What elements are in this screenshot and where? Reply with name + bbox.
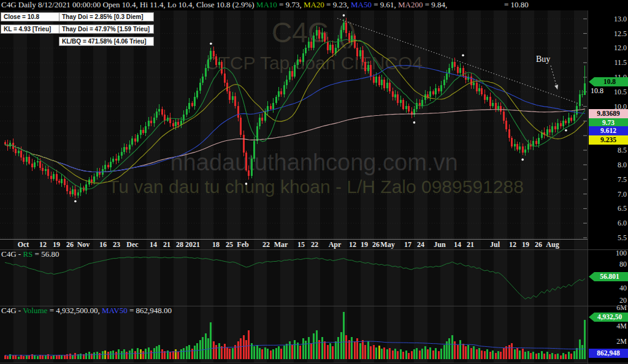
volume-bar <box>297 343 299 359</box>
volume-bar <box>12 355 14 359</box>
candle-body <box>354 36 356 47</box>
price-axis-label: 8.5 <box>590 146 627 154</box>
volume-bar <box>23 356 25 359</box>
volume-bar <box>64 355 66 360</box>
candle-body <box>538 138 540 144</box>
candle-body <box>26 157 28 162</box>
candle-body <box>476 83 478 91</box>
candle-body <box>362 50 364 62</box>
last-price-header-value: = 10.80 <box>504 0 529 10</box>
ma50-value: = 9.61, <box>372 0 398 9</box>
date-tick-label: Mar <box>274 240 288 249</box>
volume-bar <box>413 349 415 359</box>
candle-body <box>562 121 564 127</box>
pivot-marker <box>245 183 248 185</box>
candle-body <box>234 96 236 106</box>
volume-bar <box>327 345 329 359</box>
date-tick-label: 19 <box>53 240 60 249</box>
candle-body <box>375 77 377 83</box>
volume-bar <box>183 348 185 359</box>
volume-bar <box>411 351 413 359</box>
volume-bar <box>546 352 548 359</box>
date-tick-label: 23 <box>113 240 120 249</box>
date-tick-label: 21 <box>163 240 170 249</box>
candle-body <box>343 23 345 30</box>
volume-bar <box>28 355 30 359</box>
candle-body <box>519 146 521 150</box>
candle-body <box>514 144 516 147</box>
volume-bar <box>142 351 144 359</box>
candle-body <box>457 67 459 73</box>
candle-body <box>383 80 385 88</box>
volume-bar <box>50 356 52 359</box>
candle-body <box>58 181 60 183</box>
volume-bar <box>26 355 28 360</box>
volume-bar <box>538 353 540 359</box>
candle-body <box>215 56 217 65</box>
candle-body <box>199 83 201 91</box>
candle-body <box>473 83 475 86</box>
volume-bar <box>424 346 426 359</box>
ma10-value: = 9.73, <box>277 0 304 9</box>
candle-body <box>484 94 486 100</box>
candle-body <box>142 130 144 133</box>
volume-bar <box>332 346 334 359</box>
volume-bar <box>69 354 71 359</box>
volume-axis-label: 2M <box>590 337 627 346</box>
candle-body <box>329 45 331 51</box>
candle-body <box>20 151 22 157</box>
candle-body <box>389 83 391 91</box>
candle-body <box>565 121 567 124</box>
candle-body <box>560 123 562 126</box>
candle-body <box>546 129 548 135</box>
date-tick-label: 26 <box>535 240 542 249</box>
volume-bar <box>172 351 174 359</box>
volume-bar <box>351 337 353 359</box>
candle-body <box>18 151 20 153</box>
candle-body <box>451 62 453 68</box>
volume-bar <box>161 349 163 359</box>
price-axis-label: 11.5 <box>590 58 627 67</box>
price-tag: 9.235 <box>589 135 628 145</box>
candle-body <box>549 129 551 132</box>
candle-body <box>39 161 41 168</box>
volume-bar <box>522 349 524 359</box>
volume-bar <box>470 348 472 359</box>
date-tick-label: Feb <box>237 240 248 249</box>
volume-bar <box>91 354 93 359</box>
volume-bar <box>362 340 364 359</box>
volume-value: = 4,932,500.00, <box>47 306 102 315</box>
date-tick-label: 18 <box>212 240 220 249</box>
rs-indicator-canvas[interactable] <box>0 249 588 306</box>
candle-body <box>278 91 280 97</box>
date-tick-label: 22 <box>262 240 270 249</box>
candle-body <box>28 157 30 164</box>
volume-bar <box>177 352 179 359</box>
volume-bar <box>15 355 17 360</box>
volume-bar <box>88 352 90 359</box>
price-axis-label: 5.5 <box>590 233 627 242</box>
candle-body <box>489 97 491 105</box>
volume-bar <box>215 345 217 359</box>
volume-bar <box>289 341 291 359</box>
volume-bar <box>335 341 337 359</box>
date-tick-label: 12 <box>39 240 47 249</box>
date-tick-label: Apr <box>329 240 342 249</box>
date-tick-label: 12 <box>509 240 516 249</box>
volume-bar <box>543 354 545 359</box>
volume-symbol: C4G - <box>1 306 23 315</box>
volume-bar <box>42 355 44 359</box>
volume-bar <box>570 354 572 359</box>
candle-body <box>34 162 36 167</box>
volume-bar <box>354 341 356 359</box>
date-tick-label: Jun <box>434 240 445 249</box>
candle-body <box>299 59 301 63</box>
rs-panel-header: C4G - RS = 56.80 <box>1 250 59 259</box>
rs-value: = 56.80 <box>33 249 59 259</box>
candle-body <box>332 45 334 53</box>
candle-body <box>345 23 347 33</box>
candle-body <box>408 106 410 112</box>
candle-body <box>140 130 142 135</box>
volume-bar <box>110 351 112 359</box>
candle-body <box>121 152 123 156</box>
